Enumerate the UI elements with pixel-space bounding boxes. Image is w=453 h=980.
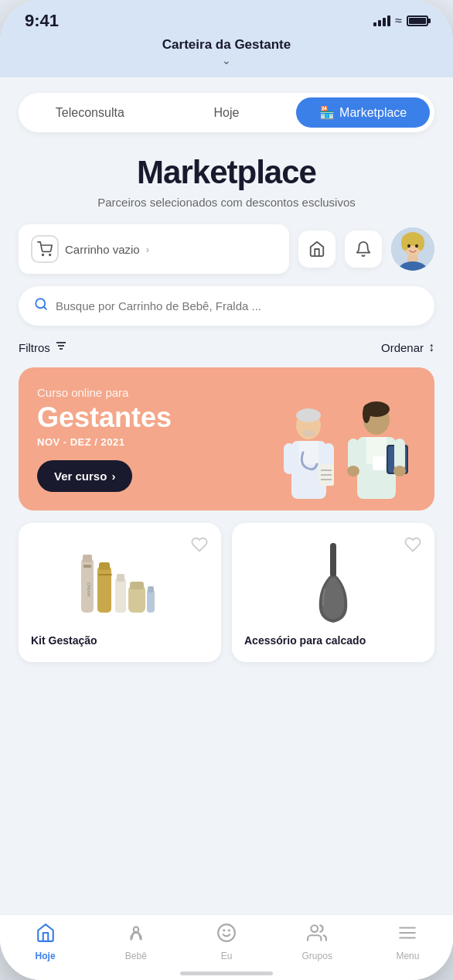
- store-icon-button[interactable]: [298, 230, 335, 268]
- svg-point-8: [417, 235, 424, 251]
- svg-rect-48: [128, 586, 145, 613]
- nav-label-menu: Menu: [396, 951, 419, 961]
- bottom-navigation: Hoje Bebê Eu: [0, 914, 453, 980]
- home-icon: [36, 923, 56, 948]
- tab-teleconsulta[interactable]: Teleconsulta: [23, 98, 157, 128]
- tab-marketplace[interactable]: 🏪 Marketplace: [296, 97, 430, 128]
- svg-point-53: [134, 927, 139, 932]
- app-title: Carteira da Gestante: [15, 37, 438, 53]
- svg-rect-51: [148, 586, 154, 592]
- status-time: 9:41: [25, 11, 59, 31]
- baby-icon: [126, 923, 146, 948]
- nav-item-grupos[interactable]: Grupos: [272, 923, 363, 961]
- home-indicator: [180, 971, 273, 975]
- promo-banner: Curso online para Gestantes NOV - DEZ / …: [19, 367, 434, 510]
- signal-icon: [373, 15, 390, 26]
- tab-hoje[interactable]: Hoje: [160, 98, 294, 128]
- user-avatar[interactable]: [391, 227, 434, 271]
- main-content: Teleconsulta Hoje 🏪 Marketplace Marketpl…: [0, 77, 453, 980]
- nav-label-hoje: Hoje: [36, 951, 56, 961]
- order-label: Ordenar: [381, 341, 424, 354]
- product-image-kit: CREAM: [31, 535, 209, 628]
- bell-icon-button[interactable]: [345, 230, 382, 268]
- svg-rect-45: [98, 574, 112, 575]
- wifi-icon: ≈: [395, 14, 402, 28]
- top-header: Carteira da Gestante ⌄: [0, 37, 453, 77]
- svg-point-54: [218, 924, 235, 941]
- svg-rect-40: [83, 555, 92, 562]
- filter-icon: [55, 340, 67, 355]
- action-row: Carrinho vazio ›: [19, 224, 434, 274]
- product-image-shoehorn: [244, 535, 422, 628]
- groups-icon: [307, 923, 327, 948]
- nav-item-hoje[interactable]: Hoje: [0, 923, 90, 961]
- svg-rect-41: [83, 565, 91, 568]
- chevron-down-icon[interactable]: ⌄: [15, 54, 438, 67]
- marketplace-tab-icon: 🏪: [319, 105, 335, 120]
- tab-marketplace-label: Marketplace: [339, 106, 407, 120]
- svg-rect-49: [130, 582, 144, 589]
- search-icon: [34, 297, 48, 315]
- marketplace-subtitle: Parceiros selecionados com descontos esc…: [19, 196, 434, 209]
- nav-item-menu[interactable]: Menu: [363, 923, 453, 961]
- wishlist-button-shoehorn[interactable]: [400, 532, 425, 557]
- filter-button[interactable]: Filtros: [19, 340, 67, 355]
- svg-rect-46: [115, 578, 126, 613]
- svg-point-57: [312, 925, 318, 932]
- marketplace-header: Marketplace Parceiros selecionados com d…: [19, 154, 434, 209]
- svg-rect-43: [97, 566, 111, 613]
- cart-chevron-icon: ›: [146, 244, 149, 255]
- banner-content: Curso online para Gestantes NOV - DEZ / …: [37, 386, 416, 492]
- svg-line-12: [43, 306, 46, 309]
- nav-label-bebe: Bebê: [125, 951, 147, 961]
- banner-pre-title: Curso online para: [37, 386, 416, 399]
- product-name-kit: Kit Gestação: [31, 634, 209, 647]
- status-icons: ≈: [373, 14, 428, 28]
- filter-row: Filtros Ordenar ↕: [19, 340, 434, 355]
- banner-title: Gestantes: [37, 402, 416, 433]
- nav-item-eu[interactable]: Eu: [181, 923, 271, 961]
- order-button[interactable]: Ordenar ↕: [381, 340, 434, 354]
- svg-point-1: [49, 254, 51, 256]
- filter-label: Filtros: [19, 341, 50, 354]
- svg-point-9: [407, 244, 410, 248]
- product-name-shoehorn: Acessório para calcado: [244, 634, 422, 647]
- svg-rect-47: [117, 574, 124, 582]
- banner-cta-chevron: ›: [111, 470, 115, 483]
- marketplace-title: Marketplace: [19, 154, 434, 191]
- svg-point-10: [415, 244, 418, 248]
- sort-icon: ↕: [428, 340, 434, 354]
- cart-button[interactable]: Carrinho vazio ›: [19, 224, 289, 274]
- menu-icon: [397, 923, 417, 948]
- svg-rect-44: [99, 562, 110, 570]
- cart-icon: [31, 235, 59, 263]
- product-card-kit-gestacao[interactable]: CREAM: [19, 523, 221, 662]
- svg-point-0: [43, 254, 44, 256]
- nav-label-grupos: Grupos: [302, 951, 332, 961]
- banner-cta-button[interactable]: Ver curso ›: [37, 460, 132, 492]
- face-icon: [216, 923, 237, 948]
- svg-rect-50: [147, 589, 155, 613]
- product-grid: CREAM: [19, 523, 434, 662]
- svg-point-7: [401, 235, 409, 251]
- cart-label: Carrinho vazio: [65, 243, 140, 256]
- search-input[interactable]: [56, 299, 419, 312]
- nav-item-bebe[interactable]: Bebê: [90, 923, 181, 961]
- svg-rect-52: [330, 543, 336, 578]
- wishlist-button-kit[interactable]: [187, 532, 212, 557]
- status-bar: 9:41 ≈: [0, 0, 453, 37]
- battery-icon: [407, 15, 428, 26]
- nav-label-eu: Eu: [221, 951, 233, 961]
- product-card-shoehorn[interactable]: Acessório para calcado: [232, 523, 434, 662]
- phone-container: 9:41 ≈ Carteira da Gestante ⌄ Teleconsul…: [0, 0, 453, 980]
- search-bar: [19, 286, 434, 326]
- svg-text:CREAM: CREAM: [87, 582, 91, 596]
- tab-navigation: Teleconsulta Hoje 🏪 Marketplace: [19, 93, 434, 132]
- banner-date: NOV - DEZ / 2021: [37, 436, 416, 448]
- banner-cta-label: Ver curso: [54, 470, 107, 483]
